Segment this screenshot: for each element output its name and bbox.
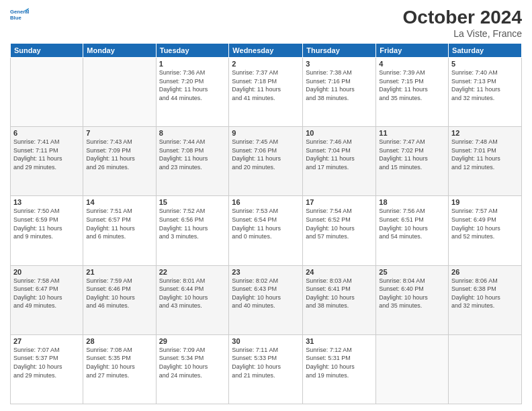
day-detail: Sunrise: 7:07 AM Sunset: 5:37 PM Dayligh…: [13, 346, 80, 379]
dow-header: Monday: [83, 44, 156, 58]
day-number: 7: [86, 129, 152, 137]
day-detail: Sunrise: 7:38 AM Sunset: 7:16 PM Dayligh…: [306, 68, 373, 102]
day-number: 15: [159, 198, 226, 206]
day-number: 2: [232, 60, 300, 68]
day-number: 20: [13, 268, 80, 276]
calendar-cell: 20Sunrise: 7:58 AM Sunset: 6:47 PM Dayli…: [11, 265, 83, 334]
day-detail: Sunrise: 8:02 AM Sunset: 6:43 PM Dayligh…: [232, 277, 300, 310]
day-detail: Sunrise: 7:09 AM Sunset: 5:34 PM Dayligh…: [159, 346, 226, 379]
day-detail: Sunrise: 8:03 AM Sunset: 6:41 PM Dayligh…: [306, 277, 373, 310]
logo-icon: General Blue: [10, 7, 29, 21]
calendar-cell: 27Sunrise: 7:07 AM Sunset: 5:37 PM Dayli…: [11, 334, 83, 404]
day-number: 30: [232, 337, 300, 345]
day-detail: Sunrise: 7:37 AM Sunset: 7:18 PM Dayligh…: [232, 68, 300, 102]
day-detail: Sunrise: 7:44 AM Sunset: 7:08 PM Dayligh…: [159, 138, 226, 171]
calendar-cell: [449, 334, 522, 404]
calendar-cell: 2Sunrise: 7:37 AM Sunset: 7:18 PM Daylig…: [229, 58, 303, 127]
calendar-cell: [83, 58, 156, 127]
calendar-cell: 23Sunrise: 8:02 AM Sunset: 6:43 PM Dayli…: [229, 265, 303, 334]
day-number: 23: [232, 268, 300, 276]
day-detail: Sunrise: 7:48 AM Sunset: 7:01 PM Dayligh…: [451, 138, 519, 171]
dow-header: Sunday: [11, 44, 83, 58]
calendar-cell: 22Sunrise: 8:01 AM Sunset: 6:44 PM Dayli…: [156, 265, 229, 334]
day-number: 10: [306, 129, 373, 137]
day-number: 13: [13, 198, 80, 206]
calendar-table: SundayMondayTuesdayWednesdayThursdayFrid…: [10, 43, 522, 404]
calendar-cell: 16Sunrise: 7:53 AM Sunset: 6:54 PM Dayli…: [229, 196, 303, 265]
day-number: 21: [86, 268, 152, 276]
dow-header: Thursday: [303, 44, 376, 58]
day-detail: Sunrise: 7:39 AM Sunset: 7:15 PM Dayligh…: [379, 68, 445, 102]
day-detail: Sunrise: 7:57 AM Sunset: 6:49 PM Dayligh…: [451, 207, 519, 240]
day-detail: Sunrise: 7:46 AM Sunset: 7:04 PM Dayligh…: [306, 138, 373, 171]
day-detail: Sunrise: 7:40 AM Sunset: 7:13 PM Dayligh…: [451, 68, 519, 102]
day-number: 16: [232, 198, 300, 206]
day-detail: Sunrise: 7:11 AM Sunset: 5:33 PM Dayligh…: [232, 346, 300, 379]
day-number: 9: [232, 129, 300, 137]
day-detail: Sunrise: 7:58 AM Sunset: 6:47 PM Dayligh…: [13, 277, 80, 310]
day-number: 22: [159, 268, 226, 276]
svg-text:Blue: Blue: [10, 15, 21, 21]
calendar-cell: 8Sunrise: 7:44 AM Sunset: 7:08 PM Daylig…: [156, 127, 229, 196]
month-title: October 2024: [403, 7, 522, 28]
day-detail: Sunrise: 7:51 AM Sunset: 6:57 PM Dayligh…: [86, 207, 152, 240]
calendar-cell: 21Sunrise: 7:59 AM Sunset: 6:46 PM Dayli…: [83, 265, 156, 334]
page: General Blue October 2024 La Viste, Fran…: [0, 0, 532, 411]
day-detail: Sunrise: 7:41 AM Sunset: 7:11 PM Dayligh…: [13, 138, 80, 171]
calendar-week-row: 13Sunrise: 7:50 AM Sunset: 6:59 PM Dayli…: [11, 196, 522, 265]
day-detail: Sunrise: 7:47 AM Sunset: 7:02 PM Dayligh…: [379, 138, 445, 171]
calendar-cell: 30Sunrise: 7:11 AM Sunset: 5:33 PM Dayli…: [229, 334, 303, 404]
day-number: 27: [13, 337, 80, 345]
day-number: 8: [159, 129, 226, 137]
logo: General Blue: [10, 7, 29, 21]
day-number: 1: [159, 60, 226, 68]
dow-header: Wednesday: [229, 44, 303, 58]
day-number: 3: [306, 60, 373, 68]
day-detail: Sunrise: 8:04 AM Sunset: 6:40 PM Dayligh…: [379, 277, 445, 310]
calendar-week-row: 20Sunrise: 7:58 AM Sunset: 6:47 PM Dayli…: [11, 265, 522, 334]
day-detail: Sunrise: 7:53 AM Sunset: 6:54 PM Dayligh…: [232, 207, 300, 240]
calendar-week-row: 6Sunrise: 7:41 AM Sunset: 7:11 PM Daylig…: [11, 127, 522, 196]
day-detail: Sunrise: 7:12 AM Sunset: 5:31 PM Dayligh…: [306, 346, 373, 379]
calendar-cell: 31Sunrise: 7:12 AM Sunset: 5:31 PM Dayli…: [303, 334, 376, 404]
calendar-cell: [11, 58, 83, 127]
calendar-cell: 4Sunrise: 7:39 AM Sunset: 7:15 PM Daylig…: [376, 58, 449, 127]
day-number: 31: [306, 337, 373, 345]
calendar-cell: 28Sunrise: 7:08 AM Sunset: 5:35 PM Dayli…: [83, 334, 156, 404]
calendar-cell: 5Sunrise: 7:40 AM Sunset: 7:13 PM Daylig…: [449, 58, 522, 127]
calendar-cell: 6Sunrise: 7:41 AM Sunset: 7:11 PM Daylig…: [11, 127, 83, 196]
day-number: 28: [86, 337, 152, 345]
calendar-cell: 24Sunrise: 8:03 AM Sunset: 6:41 PM Dayli…: [303, 265, 376, 334]
calendar-cell: 29Sunrise: 7:09 AM Sunset: 5:34 PM Dayli…: [156, 334, 229, 404]
day-number: 11: [379, 129, 445, 137]
day-number: 24: [306, 268, 373, 276]
calendar-cell: 17Sunrise: 7:54 AM Sunset: 6:52 PM Dayli…: [303, 196, 376, 265]
day-detail: Sunrise: 7:59 AM Sunset: 6:46 PM Dayligh…: [86, 277, 152, 310]
day-detail: Sunrise: 7:52 AM Sunset: 6:56 PM Dayligh…: [159, 207, 226, 240]
day-detail: Sunrise: 7:45 AM Sunset: 7:06 PM Dayligh…: [232, 138, 300, 171]
dow-header: Tuesday: [156, 44, 229, 58]
day-detail: Sunrise: 7:08 AM Sunset: 5:35 PM Dayligh…: [86, 346, 152, 379]
day-number: 18: [379, 198, 445, 206]
calendar-cell: 18Sunrise: 7:56 AM Sunset: 6:51 PM Dayli…: [376, 196, 449, 265]
calendar-cell: 7Sunrise: 7:43 AM Sunset: 7:09 PM Daylig…: [83, 127, 156, 196]
day-number: 5: [451, 60, 519, 68]
calendar-cell: 26Sunrise: 8:06 AM Sunset: 6:38 PM Dayli…: [449, 265, 522, 334]
day-detail: Sunrise: 7:56 AM Sunset: 6:51 PM Dayligh…: [379, 207, 445, 240]
location: La Viste, France: [403, 28, 522, 39]
calendar-cell: 11Sunrise: 7:47 AM Sunset: 7:02 PM Dayli…: [376, 127, 449, 196]
day-number: 26: [451, 268, 519, 276]
dow-header: Saturday: [449, 44, 522, 58]
calendar-cell: 9Sunrise: 7:45 AM Sunset: 7:06 PM Daylig…: [229, 127, 303, 196]
day-of-week-row: SundayMondayTuesdayWednesdayThursdayFrid…: [11, 44, 522, 58]
calendar-cell: 12Sunrise: 7:48 AM Sunset: 7:01 PM Dayli…: [449, 127, 522, 196]
day-number: 19: [451, 198, 519, 206]
day-number: 25: [379, 268, 445, 276]
calendar-cell: [376, 334, 449, 404]
calendar-cell: 1Sunrise: 7:36 AM Sunset: 7:20 PM Daylig…: [156, 58, 229, 127]
day-detail: Sunrise: 7:36 AM Sunset: 7:20 PM Dayligh…: [159, 68, 226, 102]
calendar-cell: 19Sunrise: 7:57 AM Sunset: 6:49 PM Dayli…: [449, 196, 522, 265]
day-number: 29: [159, 337, 226, 345]
day-number: 4: [379, 60, 445, 68]
day-number: 14: [86, 198, 152, 206]
